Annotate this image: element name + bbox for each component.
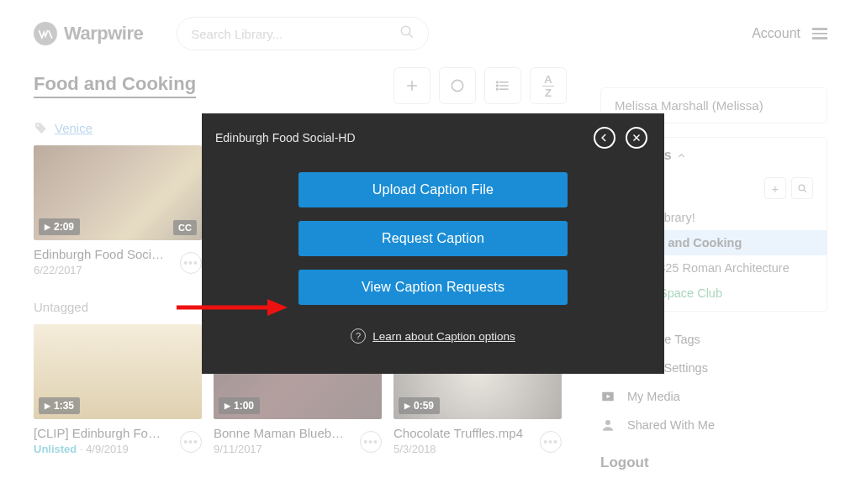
request-caption-button[interactable]: Request Caption [298, 221, 568, 256]
back-button[interactable] [594, 127, 615, 149]
view-caption-requests-button[interactable]: View Caption Requests [298, 270, 568, 305]
learn-link[interactable]: Learn about Caption options [372, 330, 515, 343]
learn-caption-options[interactable]: ? Learn about Caption options [351, 328, 515, 344]
help-icon: ? [351, 328, 366, 344]
caption-modal: Edinburgh Food Social-HD Upload Caption … [202, 113, 664, 374]
upload-caption-button[interactable]: Upload Caption File [298, 172, 568, 207]
modal-title: Edinburgh Food Social-HD [215, 131, 356, 144]
close-button[interactable] [626, 127, 647, 149]
